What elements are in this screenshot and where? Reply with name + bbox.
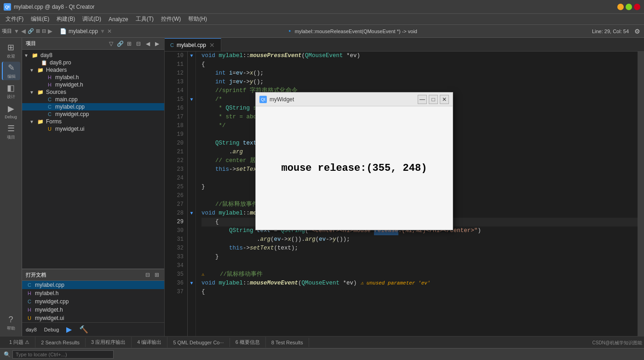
fold-blank-29 <box>188 218 196 226</box>
sidebar-item-project[interactable]: ☰ 项目 <box>2 122 20 141</box>
search-icon: 🔍 <box>4 351 11 358</box>
tree-item-mylabelh[interactable]: H mylabel.h <box>22 74 164 81</box>
open-doc-label-mywidgetui: mywidget.ui <box>35 315 64 321</box>
fold-blank-22 <box>188 157 196 165</box>
tree-item-headers[interactable]: ▼ 📁 Headers <box>22 66 164 74</box>
open-doc-label-mywidgeth: mywidget.h <box>35 307 63 313</box>
menu-debug[interactable]: 调试(D) <box>79 14 105 24</box>
popup-title-left: Qt myWidget <box>259 96 294 103</box>
sidebar-item-help[interactable]: ? 帮助 <box>2 314 20 332</box>
title-bar: Qt mylabel.cpp @ day8 - Qt Creator — □ ✕ <box>0 0 644 14</box>
tree-item-forms[interactable]: ▼ 📁 Forms <box>22 118 164 125</box>
search-input[interactable] <box>12 350 114 359</box>
fold-arrow-15[interactable]: ▼ <box>188 95 196 104</box>
toolbar-line-col: Line: 29, Col: 54 <box>592 29 629 34</box>
tree-label-mylabelh: mylabel.h <box>55 74 79 81</box>
tree-item-maincpp[interactable]: C main.cpp <box>22 96 164 103</box>
fold-arrow-28[interactable]: ▼ <box>188 209 196 218</box>
ln15: 15 <box>165 95 184 104</box>
output-tab-qml[interactable]: 5 QML Debugger Co··· <box>167 338 230 347</box>
toolbar-settings-icon[interactable]: ⚙ <box>634 28 640 35</box>
open-docs-action2[interactable]: ⊞ <box>153 271 161 279</box>
open-doc-mylabelh[interactable]: H mylabel.h <box>22 289 164 297</box>
popup-minimize[interactable]: — <box>418 95 427 104</box>
popup-close[interactable]: ✕ <box>440 95 449 104</box>
output-tab-compile[interactable]: 4 编译输出 <box>132 337 167 348</box>
fold-blank-27 <box>188 200 196 209</box>
open-doc-label-mywidgetcpp: mywidget.cpp <box>35 298 69 305</box>
fold-blank-16 <box>188 104 196 113</box>
file-explorer-link[interactable]: 🔗 <box>116 40 124 47</box>
build-button[interactable]: 🔨 <box>79 325 88 334</box>
file-explorer-nav-right[interactable]: ▶ <box>153 40 161 47</box>
file-explorer-filter[interactable]: ▽ <box>107 40 115 47</box>
open-docs-action1[interactable]: ⊟ <box>144 271 151 279</box>
file-explorer: 项目 ▽ 🔗 ⊞ ⊟ ◀ ▶ ▼ 📁 day8 📋 day8.pro <box>22 38 165 336</box>
fold-blank-18 <box>188 122 196 130</box>
menu-controls[interactable]: 控件(W) <box>157 14 184 24</box>
design-label: 设计 <box>7 94 15 100</box>
run-button[interactable]: ▶ <box>66 325 72 334</box>
code-line-35: ⚠ //鼠标移动事件 <box>201 270 638 279</box>
fold-arrow-36[interactable]: ▼ <box>188 279 196 288</box>
tree-label-mywidgetui: mywidget.ui <box>55 126 84 132</box>
sidebar-item-welcome[interactable]: ⊞ 欢迎 <box>2 41 20 60</box>
tab-mylabelcpp[interactable]: C mylabel.cpp ✕ <box>165 38 221 51</box>
open-doc-icon-mywidgetcpp: C <box>26 298 33 305</box>
tree-item-mywidgeth[interactable]: H mywidget.h <box>22 81 164 88</box>
popup-maximize[interactable]: □ <box>429 95 438 104</box>
menu-help[interactable]: 帮助(H) <box>184 14 211 24</box>
maximize-button[interactable]: □ <box>626 4 632 10</box>
file-explorer-expand[interactable]: ⊞ <box>126 40 133 47</box>
output-tab-summary[interactable]: 6 概要信息 <box>230 337 266 348</box>
ln33: 33 <box>165 253 184 261</box>
tab-close-mylabelcpp[interactable]: ✕ <box>209 42 215 48</box>
output-tab-app[interactable]: 3 应用程序输出 <box>86 337 132 348</box>
debug-icon: ▶ <box>8 104 14 114</box>
file-icon-day8pro: 📋 <box>40 59 48 66</box>
output-tab-search[interactable]: 2 Search Results <box>35 338 86 347</box>
window-controls[interactable]: — □ ✕ <box>617 4 640 10</box>
open-doc-mywidgetcpp[interactable]: C mywidget.cpp <box>22 297 164 306</box>
tree-item-day8[interactable]: ▼ 📁 day8 <box>22 52 164 59</box>
tree-item-mywidgetui[interactable]: U mywidget.ui <box>22 125 164 133</box>
close-button[interactable]: ✕ <box>634 4 640 10</box>
tree-item-sources[interactable]: ▼ 📁 Sources <box>22 88 164 96</box>
toolbar-nav-forward[interactable]: ▶ <box>48 28 52 35</box>
sidebar-item-design[interactable]: ◧ 设计 <box>2 82 20 100</box>
fold-arrow-10[interactable]: ▼ <box>188 52 196 60</box>
file-explorer-nav-left[interactable]: ◀ <box>144 40 151 47</box>
menu-file[interactable]: 文件(F) <box>2 14 27 24</box>
fold-blank-37 <box>188 288 196 296</box>
code-line-36: void mylabel::mouseMoveEvent(QMouseEvent… <box>201 279 638 288</box>
sidebar-item-edit[interactable]: ✎ 编辑 <box>2 62 20 80</box>
menu-edit[interactable]: 编辑(E) <box>27 14 53 24</box>
editor-scrollbar[interactable] <box>638 52 644 336</box>
menu-analyze[interactable]: Analyze <box>105 15 132 23</box>
menu-build[interactable]: 构建(B) <box>53 14 79 24</box>
open-doc-mylabelcpp[interactable]: C mylabel.cpp <box>22 281 164 289</box>
file-explorer-collapse[interactable]: ⊟ <box>135 40 142 47</box>
output-tab-test[interactable]: 8 Test Results <box>266 338 309 347</box>
tree-item-mylabelcpp[interactable]: C mylabel.cpp <box>22 103 164 110</box>
output-tab-problems[interactable]: 1 问题 ⚠ <box>4 337 35 348</box>
file-icon-mywidgetui: U <box>46 126 53 132</box>
ln29: 29 <box>165 218 184 226</box>
tree-label-mylabelcpp: mylabel.cpp <box>55 104 85 110</box>
tree-item-mywidgetcpp[interactable]: C mywidget.cpp <box>22 110 164 118</box>
ln35: 35 <box>165 270 184 279</box>
window-title: mylabel.cpp @ day8 - Qt Creator <box>14 4 95 10</box>
tree-item-day8pro[interactable]: 📋 day8.pro <box>22 59 164 66</box>
tree-label-day8: day8 <box>40 52 52 58</box>
toolbar-close-tab[interactable]: ✕ <box>107 28 112 35</box>
menu-tools[interactable]: 工具(T) <box>132 14 157 24</box>
open-doc-mywidgeth[interactable]: H mywidget.h <box>22 306 164 314</box>
ln22: 22 <box>165 157 184 165</box>
open-doc-mywidgetui[interactable]: U mywidget.ui <box>22 314 164 322</box>
sidebar-item-debug[interactable]: ▶ Debug <box>2 102 20 121</box>
toolbar-link-icon: 🔗 <box>28 28 34 34</box>
ln11: 11 <box>165 60 184 69</box>
edit-icon: ✎ <box>8 63 15 73</box>
minimize-button[interactable]: — <box>617 4 624 10</box>
toolbar-nav-back[interactable]: ◀ <box>21 28 26 35</box>
